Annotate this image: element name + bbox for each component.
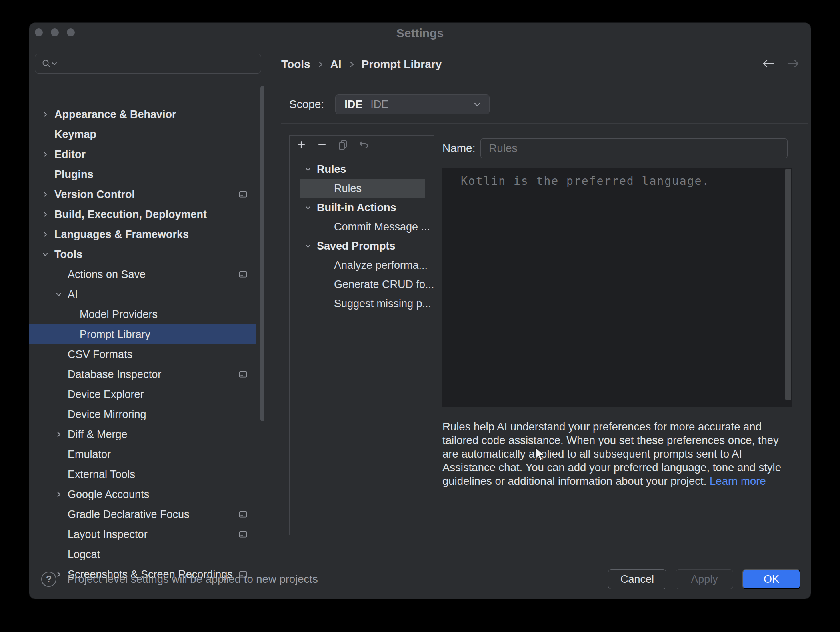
sidebar-item-label: External Tools bbox=[68, 468, 135, 481]
scope-selected-value: IDE bbox=[370, 98, 388, 111]
sidebar-item-build-execution-deployment[interactable]: Build, Execution, Deployment bbox=[29, 204, 256, 224]
prompt-text-editor[interactable]: Kotlin is the preferred language. bbox=[442, 168, 792, 407]
sidebar-item-csv-formats[interactable]: CSV Formats bbox=[29, 344, 256, 364]
titlebar: Settings bbox=[29, 23, 811, 45]
chevron-down-icon[interactable] bbox=[304, 242, 312, 250]
prompt-tree: RulesRulesBuilt-in ActionsCommit Message… bbox=[290, 136, 434, 535]
forward-arrow-icon[interactable] bbox=[786, 56, 800, 71]
sidebar-item-device-mirroring[interactable]: Device Mirroring bbox=[29, 404, 256, 424]
chevron-right-icon[interactable] bbox=[55, 490, 63, 498]
breadcrumb-tools[interactable]: Tools bbox=[281, 58, 310, 71]
sidebar-item-label: CSV Formats bbox=[68, 348, 132, 361]
prompt-item-label: Suggest missing p... bbox=[334, 298, 431, 310]
chevron-right-icon[interactable] bbox=[41, 150, 49, 158]
project-settings-icon bbox=[239, 371, 247, 378]
sidebar-item-appearance-behavior[interactable]: Appearance & Behavior bbox=[29, 104, 256, 124]
project-settings-icon bbox=[239, 271, 247, 278]
prompt-item-label: Generate CRUD fo... bbox=[334, 278, 434, 291]
sidebar-item-prompt-library[interactable]: Prompt Library bbox=[29, 324, 256, 344]
sidebar-item-label: AI bbox=[68, 288, 78, 301]
prompt-group-rules[interactable]: Rules bbox=[290, 160, 433, 179]
sidebar-item-database-inspector[interactable]: Database Inspector bbox=[29, 364, 256, 384]
chevron-down-icon[interactable] bbox=[304, 165, 312, 173]
sidebar-item-label: Google Accounts bbox=[68, 488, 149, 501]
sidebar-item-label: Diff & Merge bbox=[68, 428, 128, 441]
prompt-group-saved-prompts[interactable]: Saved Prompts bbox=[290, 236, 433, 256]
prompt-item-suggest-missing-p[interactable]: Suggest missing p... bbox=[290, 294, 433, 313]
editor-scrollbar[interactable] bbox=[785, 169, 791, 400]
prompt-group-built-in-actions[interactable]: Built-in Actions bbox=[290, 198, 433, 217]
sidebar-item-label: Build, Execution, Deployment bbox=[54, 208, 207, 221]
prompt-text: Kotlin is the preferred language. bbox=[442, 168, 792, 188]
chevron-down-icon[interactable] bbox=[41, 250, 49, 258]
breadcrumb-ai[interactable]: AI bbox=[330, 58, 342, 71]
sidebar-item-label: Database Inspector bbox=[68, 368, 161, 381]
project-settings-icon bbox=[239, 511, 247, 518]
sidebar-item-label: Device Mirroring bbox=[68, 408, 146, 421]
sidebar-item-label: Keymap bbox=[54, 128, 96, 141]
learn-more-link[interactable]: Learn more bbox=[710, 475, 766, 487]
chevron-right-icon[interactable] bbox=[41, 230, 49, 238]
sidebar-item-layout-inspector[interactable]: Layout Inspector bbox=[29, 524, 256, 544]
sidebar-item-gradle-declarative-focus[interactable]: Gradle Declarative Focus bbox=[29, 504, 256, 524]
prompt-item-analyze-performa[interactable]: Analyze performa... bbox=[290, 256, 433, 275]
apply-button[interactable]: Apply bbox=[676, 569, 733, 589]
chevron-right-icon bbox=[348, 60, 355, 69]
sidebar-item-google-accounts[interactable]: Google Accounts bbox=[29, 484, 256, 504]
prompt-item-commit-message[interactable]: Commit Message ... bbox=[290, 217, 433, 236]
sidebar-item-languages-frameworks[interactable]: Languages & Frameworks bbox=[29, 224, 256, 244]
sidebar-item-editor[interactable]: Editor bbox=[29, 144, 256, 164]
sidebar-item-ai[interactable]: AI bbox=[29, 284, 256, 304]
sidebar-item-label: Prompt Library bbox=[80, 328, 150, 341]
scope-dropdown[interactable]: IDE IDE bbox=[335, 94, 490, 114]
sidebar-item-version-control[interactable]: Version Control bbox=[29, 184, 256, 204]
prompt-item-label: Commit Message ... bbox=[334, 221, 430, 233]
prompt-item-generate-crud-fo[interactable]: Generate CRUD fo... bbox=[290, 275, 433, 294]
sidebar-item-emulator[interactable]: Emulator bbox=[29, 444, 256, 464]
help-icon[interactable]: ? bbox=[41, 572, 56, 587]
chevron-right-icon[interactable] bbox=[55, 430, 63, 438]
sidebar-item-label: Model Providers bbox=[80, 308, 158, 321]
chevron-right-icon[interactable] bbox=[41, 210, 49, 218]
chevron-down-icon[interactable] bbox=[55, 290, 63, 298]
name-label: Name: bbox=[442, 142, 475, 155]
prompt-name-input[interactable] bbox=[480, 138, 788, 158]
sidebar-item-diff-merge[interactable]: Diff & Merge bbox=[29, 424, 256, 444]
scope-label: Scope: bbox=[289, 98, 324, 111]
chevron-right-icon[interactable] bbox=[41, 190, 49, 198]
sidebar-item-label: Appearance & Behavior bbox=[54, 108, 176, 121]
sidebar-item-tools[interactable]: Tools bbox=[29, 244, 256, 264]
sidebar-item-label: Plugins bbox=[54, 168, 94, 181]
sidebar-item-label: Languages & Frameworks bbox=[54, 228, 189, 241]
rules-description: Rules help AI understand your preference… bbox=[442, 420, 791, 488]
settings-tree: Appearance & BehaviorKeymapEditorPlugins… bbox=[29, 45, 267, 559]
cancel-button[interactable]: Cancel bbox=[608, 569, 666, 589]
history-navigation bbox=[761, 56, 800, 71]
sidebar-item-label: Editor bbox=[54, 148, 86, 161]
back-arrow-icon[interactable] bbox=[761, 56, 776, 71]
scope-row: Scope: IDE IDE bbox=[289, 94, 490, 114]
prompt-item-rules[interactable]: Rules bbox=[300, 179, 425, 198]
sidebar-item-external-tools[interactable]: External Tools bbox=[29, 464, 256, 484]
chevron-right-icon[interactable] bbox=[41, 110, 49, 118]
ok-button[interactable]: OK bbox=[742, 569, 800, 589]
scope-selected-tag: IDE bbox=[344, 98, 362, 111]
sidebar-item-model-providers[interactable]: Model Providers bbox=[29, 304, 256, 324]
sidebar-item-keymap[interactable]: Keymap bbox=[29, 124, 256, 144]
prompt-item-label: Built-in Actions bbox=[317, 202, 396, 214]
project-settings-icon bbox=[239, 531, 247, 538]
main-panel: Tools AI Prompt Library Scope: bbox=[267, 45, 811, 559]
prompt-list-panel: RulesRulesBuilt-in ActionsCommit Message… bbox=[289, 135, 434, 535]
sidebar-item-label: Actions on Save bbox=[68, 268, 146, 281]
sidebar-item-device-explorer[interactable]: Device Explorer bbox=[29, 384, 256, 404]
chevron-down-icon bbox=[472, 100, 482, 109]
project-settings-icon bbox=[239, 191, 247, 198]
sidebar-item-label: Version Control bbox=[54, 188, 135, 201]
settings-dialog: Settings Appearance & BehaviorKeymapEdit… bbox=[29, 22, 811, 599]
sidebar-item-plugins[interactable]: Plugins bbox=[29, 164, 256, 184]
sidebar-item-label: Device Explorer bbox=[68, 388, 144, 401]
chevron-down-icon[interactable] bbox=[304, 204, 312, 212]
settings-sidebar: Appearance & BehaviorKeymapEditorPlugins… bbox=[29, 45, 267, 559]
sidebar-item-actions-on-save[interactable]: Actions on Save bbox=[29, 264, 256, 284]
sidebar-scrollbar[interactable] bbox=[260, 86, 264, 421]
